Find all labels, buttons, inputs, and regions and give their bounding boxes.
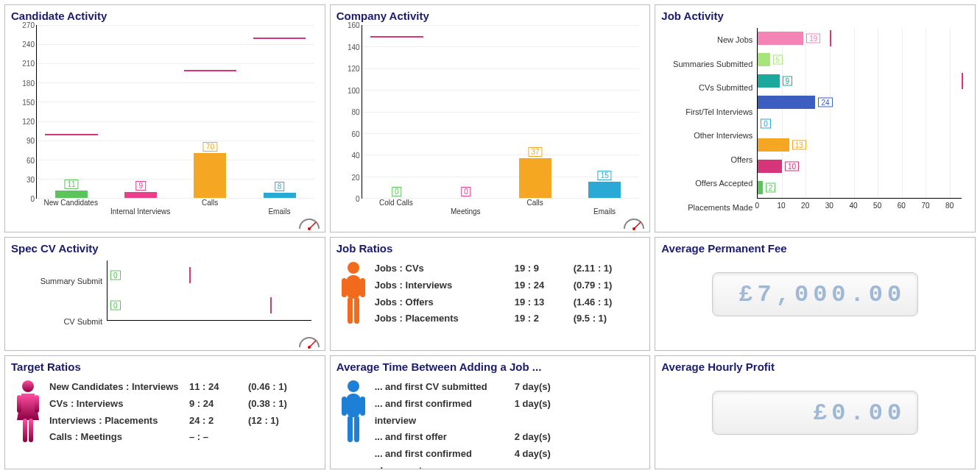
bar[interactable] (758, 32, 803, 45)
bar[interactable] (758, 181, 763, 194)
bar[interactable] (55, 191, 88, 198)
cell: (0.79 : 1) (574, 277, 632, 294)
cell: 4 day(s) (515, 446, 574, 469)
lcd-display: £0.00 (712, 391, 918, 435)
cell: ... and first confirmed placement (375, 446, 515, 469)
cell: 19 : 2 (515, 310, 574, 327)
panel-title: Company Activity (331, 5, 650, 25)
bar[interactable] (124, 192, 157, 198)
cell: 9 : 24 (189, 396, 248, 413)
bar[interactable] (588, 182, 621, 198)
cell: (9.5 : 1) (574, 310, 632, 327)
company-activity-chart: 020406080100120140160003715Cold CallsMee… (336, 25, 644, 216)
svg-rect-20 (360, 397, 365, 416)
cell: (0.46 : 1) (248, 379, 307, 396)
cell: – : – (189, 429, 248, 446)
cell: Calls : Meetings (49, 429, 189, 446)
person-icon (14, 379, 42, 445)
svg-line-5 (309, 341, 316, 347)
svg-line-1 (309, 222, 316, 229)
bar[interactable] (758, 53, 769, 66)
bar[interactable] (264, 193, 296, 198)
job-activity-panel: Job Activity 195924013102010203040506070… (655, 4, 976, 232)
cell: 2 day(s) (515, 429, 574, 446)
person-icon (339, 379, 367, 445)
candidate-activity-chart: 0306090120150180210240270119708New Candi… (11, 25, 319, 216)
avg-permanent-fee-panel: Average Permanent Fee £7,000.00 (655, 237, 976, 351)
panel-title: Spec CV Activity (5, 238, 325, 257)
panel-title: Candidate Activity (5, 5, 325, 25)
person-icon (339, 260, 367, 327)
svg-rect-22 (354, 416, 359, 442)
avg-hourly-profit-panel: Average Hourly Profit £0.00 (655, 355, 976, 469)
svg-rect-8 (342, 278, 347, 297)
svg-rect-15 (23, 419, 27, 442)
cell: 19 : 13 (515, 294, 574, 311)
cell: (1.46 : 1) (574, 294, 632, 311)
cell: (12 : 1) (248, 413, 307, 430)
bar[interactable] (758, 138, 789, 152)
bar[interactable] (758, 96, 815, 109)
svg-rect-14 (35, 395, 39, 413)
panel-title: Job Activity (655, 5, 975, 25)
svg-rect-11 (354, 297, 359, 324)
svg-rect-21 (348, 416, 353, 442)
cell: 7 day(s) (515, 379, 574, 396)
bar[interactable] (194, 153, 226, 198)
cell: ... and first confirmed interview (375, 396, 515, 430)
panel-title: Average Time Between Adding a Job ... (331, 356, 650, 376)
cell: 1 day(s) (515, 396, 574, 430)
cell: Jobs : CVs (375, 260, 515, 277)
cell: New Candidates : Interviews (49, 379, 189, 396)
svg-point-17 (348, 380, 359, 392)
cell: ... and first CV submitted (375, 379, 515, 396)
cell: Jobs : Offers (375, 294, 515, 311)
bar[interactable] (519, 158, 551, 198)
cell: 19 : 24 (515, 277, 574, 294)
cell: 19 : 9 (515, 260, 574, 277)
svg-rect-9 (360, 278, 365, 297)
company-activity-panel: Company Activity 02040608010012014016000… (330, 4, 651, 232)
panel-title: Target Ratios (5, 356, 325, 376)
job-ratios-panel: Job Ratios Jobs : CVs19 : 9(2.11 : 1)Job… (330, 237, 651, 351)
svg-rect-10 (348, 297, 353, 324)
svg-line-3 (634, 222, 641, 229)
spec-cv-chart: 00Summary SubmitCV Submit (11, 257, 319, 338)
gauge-icon[interactable] (623, 216, 645, 230)
svg-rect-13 (17, 395, 21, 413)
svg-rect-7 (346, 275, 361, 299)
svg-point-6 (348, 262, 359, 274)
cell: (2.11 : 1) (574, 260, 632, 277)
job-activity-chart: 19592401310201020304050607080New JobsSum… (661, 25, 969, 216)
target-ratios-table: New Candidates : Interviews11 : 24(0.46 … (49, 379, 307, 446)
svg-rect-19 (342, 397, 347, 416)
panel-title: Job Ratios (331, 238, 650, 257)
cell: Jobs : Interviews (375, 277, 515, 294)
bar[interactable] (758, 160, 782, 173)
candidate-activity-panel: Candidate Activity 030609012015018021024… (4, 4, 325, 232)
gauge-icon[interactable] (298, 334, 320, 349)
panel-title: Average Hourly Profit (655, 356, 975, 376)
panel-title: Average Permanent Fee (655, 238, 975, 257)
cell: Jobs : Placements (375, 310, 515, 327)
cell: (0.38 : 1) (248, 396, 307, 413)
job-ratios-table: Jobs : CVs19 : 9(2.11 : 1)Jobs : Intervi… (375, 260, 632, 327)
avg-time-panel: Average Time Between Adding a Job ... ..… (330, 355, 651, 469)
target-ratios-panel: Target Ratios New Candidates : Interview… (4, 355, 325, 469)
bar[interactable] (758, 74, 779, 88)
cell: 11 : 24 (189, 379, 248, 396)
svg-point-12 (22, 380, 34, 392)
svg-rect-16 (29, 419, 33, 442)
spec-cv-activity-panel: Spec CV Activity 00Summary SubmitCV Subm… (4, 237, 325, 351)
avg-time-table: ... and first CV submitted7 day(s)... an… (375, 379, 574, 469)
gauge-icon[interactable] (298, 216, 320, 230)
svg-rect-18 (346, 394, 361, 417)
cell (248, 429, 307, 446)
cell: ... and first offer (375, 429, 515, 446)
cell: 24 : 2 (189, 413, 248, 430)
lcd-display: £7,000.00 (712, 272, 918, 316)
cell: Interviews : Placements (49, 413, 189, 430)
cell: CVs : Interviews (49, 396, 189, 413)
